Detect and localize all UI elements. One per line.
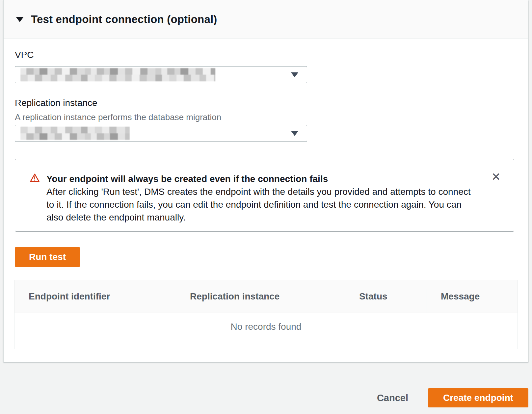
table-header-row: Endpoint identifier Replication instance… xyxy=(14,280,518,313)
vpc-select-value-redacted xyxy=(20,68,215,81)
replication-instance-label: Replication instance xyxy=(15,98,97,108)
close-icon[interactable]: ✕ xyxy=(490,170,502,184)
replication-instance-value-redacted xyxy=(20,127,130,140)
replication-instance-description: A replication instance performs the data… xyxy=(15,112,221,122)
create-endpoint-button[interactable]: Create endpoint xyxy=(428,388,528,407)
vpc-caret-down-icon xyxy=(291,72,298,77)
column-header-status: Status xyxy=(345,291,427,302)
warning-body-line: After clicking 'Run test', DMS creates t… xyxy=(46,185,471,198)
warning-body-line: to it. If the connection fails, you can … xyxy=(46,198,471,211)
column-header-endpoint-identifier: Endpoint identifier xyxy=(14,291,176,302)
form-footer: Cancel Create endpoint xyxy=(0,388,528,407)
column-divider xyxy=(345,289,345,313)
collapse-triangle-icon xyxy=(16,17,24,22)
test-endpoint-panel: Test endpoint connection (optional) VPC … xyxy=(3,0,528,362)
column-header-message: Message xyxy=(427,291,518,302)
warning-title: Your endpoint will always be created eve… xyxy=(46,172,471,185)
column-divider xyxy=(176,289,176,313)
endpoint-warning-alert: Your endpoint will always be created eve… xyxy=(15,159,514,232)
replication-instance-caret-down-icon xyxy=(291,131,298,136)
warning-body-line: also delete the endpoint manually. xyxy=(46,211,471,224)
column-divider xyxy=(427,289,427,313)
replication-instance-select[interactable] xyxy=(15,125,307,142)
column-header-replication-instance: Replication instance xyxy=(176,291,345,302)
warning-triangle-icon xyxy=(30,173,40,183)
page: Test endpoint connection (optional) VPC … xyxy=(0,0,532,414)
panel-title: Test endpoint connection (optional) xyxy=(31,13,217,26)
vpc-label: VPC xyxy=(15,50,34,60)
cancel-button[interactable]: Cancel xyxy=(377,393,408,403)
run-test-button[interactable]: Run test xyxy=(15,247,80,267)
test-results-table: Endpoint identifier Replication instance… xyxy=(14,280,518,349)
vpc-select[interactable] xyxy=(15,66,307,83)
panel-collapse-header[interactable]: Test endpoint connection (optional) xyxy=(4,0,528,39)
empty-state-message: No records found xyxy=(14,313,518,332)
